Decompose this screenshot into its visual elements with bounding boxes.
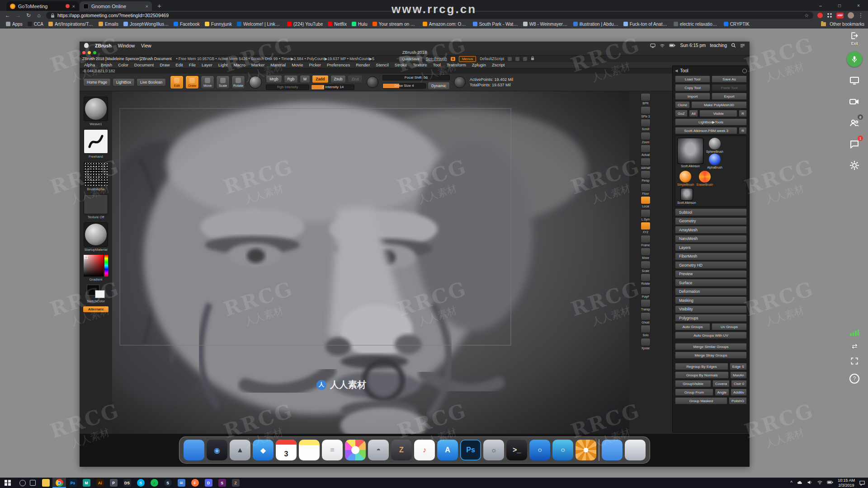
bookmark-item[interactable]: CCA [25, 22, 46, 27]
zbrush-menu-item[interactable]: Stroke [395, 62, 407, 67]
alpha-thumbnail[interactable] [84, 162, 108, 186]
texture-thumbnail[interactable] [84, 194, 108, 214]
menu-bar-clock[interactable]: Sun 6:15 pm [680, 43, 706, 48]
battery-icon[interactable] [827, 480, 834, 485]
start-button[interactable] [0, 478, 15, 488]
export-button[interactable]: Export [712, 93, 747, 100]
draw-size-slider[interactable]: Draw Size 4 [382, 83, 426, 89]
forward-icon[interactable]: → [15, 13, 21, 18]
action-center-icon[interactable] [859, 480, 865, 486]
simple-brush-thumbnail[interactable] [679, 171, 691, 183]
zbrush-menu-item[interactable]: Stencil [376, 62, 389, 67]
launchpad-icon[interactable]: ▲ [230, 440, 250, 460]
daz-studio-icon[interactable]: DS [120, 478, 134, 488]
system-preferences-icon[interactable]: ☼ [483, 440, 504, 460]
zbrush-menu-item[interactable]: Render [356, 62, 370, 67]
right-shelf-button[interactable]: Xpose [641, 338, 651, 350]
battery-icon[interactable] [669, 43, 676, 47]
minimize-button[interactable]: – [811, 0, 830, 11]
hue-strip[interactable] [104, 255, 108, 277]
tool-section-button[interactable]: Masking [675, 296, 747, 304]
tool-section-button[interactable]: FiberMesh [675, 253, 747, 260]
music-icon[interactable]: ♪ [414, 440, 435, 460]
goz-button[interactable]: GoZ [675, 110, 688, 117]
load-tool-button[interactable]: Load Tool [675, 75, 710, 83]
right-shelf-button[interactable]: Transp [641, 299, 651, 311]
microphone-button[interactable] [847, 52, 862, 67]
finder-icon[interactable] [184, 440, 204, 460]
right-shelf-button[interactable]: Rotate [641, 273, 651, 285]
bookmark-item[interactable]: Emails [96, 22, 121, 27]
firefox-icon[interactable]: F [188, 478, 202, 488]
auto-groups-uv-button[interactable]: Auto Groups With UV [675, 332, 747, 339]
right-shelf-button[interactable]: PolyF [641, 286, 651, 298]
menu-zbrush[interactable]: ZBrush [95, 43, 112, 48]
paint-mode-button[interactable]: M [300, 75, 310, 83]
trash-icon[interactable] [625, 440, 646, 460]
auto-groups-button[interactable]: Auto Groups [675, 323, 710, 330]
pureref-icon[interactable]: P [107, 478, 120, 488]
mode-button[interactable]: Rotate [231, 75, 245, 89]
spotlight-search-icon[interactable] [731, 43, 736, 48]
angle-button[interactable]: Angle [715, 389, 729, 396]
paint-mode-button[interactable]: Zcut [348, 75, 363, 83]
notification-center-icon[interactable] [740, 43, 745, 48]
material-preview-sphere[interactable] [249, 76, 262, 89]
paint-mode-button[interactable]: Zsub [330, 75, 346, 83]
bookmark-item[interactable]: CRYPTIK [722, 22, 752, 27]
right-shelf-button[interactable]: SPix 3 [641, 106, 651, 118]
other-bookmarks[interactable]: Other bookmarks [821, 20, 864, 28]
paint-mode-button[interactable]: Mrgb [266, 75, 282, 83]
exit-button[interactable]: Exit [850, 31, 859, 46]
tab-close-icon[interactable]: × [146, 4, 148, 9]
cluster-button[interactable]: Cistr 0 [731, 380, 747, 387]
terminal-icon[interactable]: >_ [506, 440, 527, 460]
right-shelf-button[interactable]: Local [641, 196, 651, 208]
bookmark-item[interactable]: Fuck-ton of Anatom [621, 22, 671, 27]
goz-all-button[interactable]: All [689, 110, 698, 117]
merge-stray-groups-button[interactable]: Merge Stray Groups [675, 352, 747, 359]
recent-tool-thumbnail[interactable] [680, 188, 693, 201]
alternate-button[interactable]: Alternate [83, 306, 108, 312]
groups-by-normals-button[interactable]: Groups By Normals [675, 371, 729, 379]
right-shelf-button[interactable]: AAHalf [641, 158, 651, 169]
skype-icon[interactable]: S [134, 478, 147, 488]
stroke-preview-icon[interactable] [367, 76, 378, 88]
chat-button[interactable]: 1 [847, 136, 862, 152]
collapse-chevron-icon[interactable]: ◀ [675, 69, 678, 73]
tool-section-button[interactable]: Polygroups [675, 314, 747, 322]
webcam-button[interactable] [847, 94, 862, 109]
zbrush-menu-item[interactable]: Brush [101, 62, 112, 67]
close-button[interactable]: × [849, 0, 868, 11]
discord-icon[interactable]: D [202, 478, 215, 488]
wifi-icon[interactable] [660, 43, 665, 48]
quicksave-button[interactable]: QuickSave [399, 56, 422, 61]
zbrush-menu-item[interactable]: Layer [202, 62, 212, 67]
color-profile-icon[interactable] [515, 57, 519, 61]
maya-icon[interactable]: M [80, 478, 93, 488]
bookmark-item[interactable]: JosephWongIllustrat [121, 22, 171, 27]
dynamic-button[interactable]: Dynamic [428, 82, 450, 90]
swap-screens-icon[interactable]: ⇄ [852, 342, 858, 350]
paste-tool-button[interactable]: Paste Tool [712, 84, 747, 91]
bookmark-item[interactable]: W8 - Weinmayer Gla [521, 22, 571, 27]
new-tab-button[interactable]: + [152, 2, 167, 9]
clone-button[interactable]: Clone [675, 101, 690, 108]
tab-gnomon-online[interactable]: Gnomon Online × [80, 1, 152, 11]
paint-mode-button[interactable]: Zadd [312, 75, 328, 83]
right-shelf-button[interactable]: Persp [641, 170, 651, 182]
right-shelf-button[interactable]: L.Sym [641, 209, 651, 221]
zbrush-menu-item[interactable]: Zplugin [472, 62, 486, 67]
tool-section-button[interactable]: NanoMesh [675, 235, 747, 243]
project-button[interactable]: Scott.Atkinson.FBM.week.3 [675, 127, 737, 134]
r-button[interactable]: R [739, 110, 747, 117]
right-shelf-button[interactable]: BPR [641, 93, 651, 105]
zbrush-menu-item[interactable]: Marker [251, 62, 265, 67]
paint-mode-button[interactable]: Rgb [284, 75, 298, 83]
bookmark-item[interactable]: Funnyjunk [203, 22, 234, 27]
home-icon[interactable]: ⌂ [36, 13, 42, 18]
bookmark-item[interactable]: Apps [4, 22, 25, 27]
active-tool-thumbnail[interactable] [677, 138, 703, 164]
zbrush-menu-item[interactable]: Edit [175, 62, 183, 67]
menu-bar-user[interactable]: teaching [710, 43, 727, 48]
